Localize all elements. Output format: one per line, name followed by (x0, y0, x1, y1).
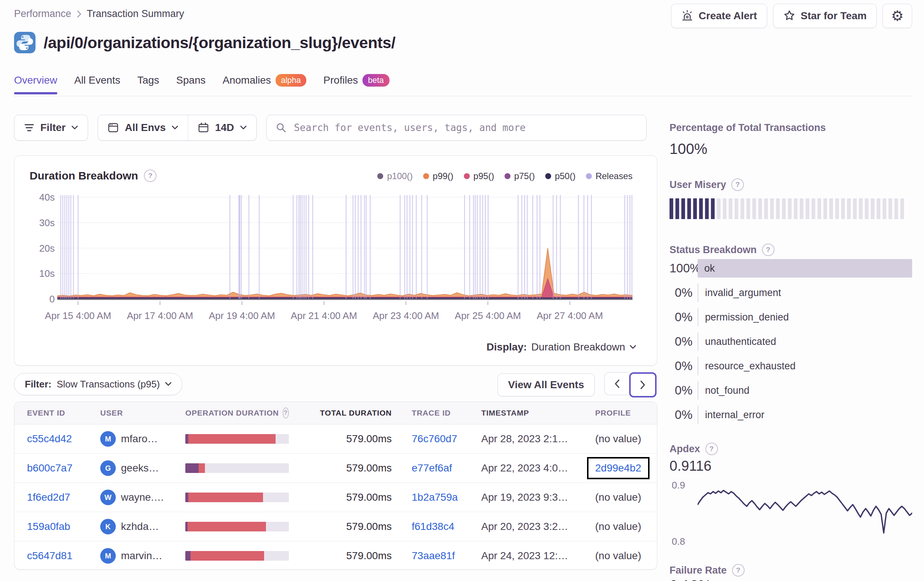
tab-all-events[interactable]: All Events (74, 74, 120, 94)
legend-dot (545, 173, 551, 179)
column-header-user[interactable]: USER (100, 402, 123, 424)
title-row: /api/0/organizations/{organization_slug}… (14, 32, 395, 53)
legend-item-p75[interactable]: p75() (505, 171, 535, 181)
misery-tick (693, 199, 697, 219)
tab-anomalies[interactable]: Anomaliesalpha (223, 74, 307, 95)
avatar: K (100, 519, 116, 535)
y-tick-label: 30s (14, 217, 55, 229)
legend-item-p95[interactable]: p95() (464, 171, 494, 181)
status-body: internal_error (698, 406, 912, 424)
misery-tick (865, 199, 868, 219)
star-for-team-button[interactable]: Star for Team (773, 4, 877, 28)
profile-no-value: (no value) (595, 433, 642, 445)
help-icon[interactable]: ? (732, 564, 744, 576)
misery-tick (776, 199, 780, 219)
event-id-link[interactable]: 159a0fab (27, 521, 70, 533)
previous-page-button[interactable] (604, 372, 629, 395)
status-row-internal_error: 0%internal_error (670, 406, 912, 424)
table-row: 1f6ed2d7Wwayne.…579.00ms1b2a759aApr 19, … (15, 483, 657, 512)
column-header-trace-id[interactable]: TRACE ID (412, 402, 451, 424)
search-bar[interactable] (266, 115, 647, 141)
user-name: wayne.… (121, 492, 164, 503)
tab-profiles[interactable]: Profilesbeta (323, 74, 389, 95)
create-alert-button[interactable]: Create Alert (671, 4, 767, 28)
misery-tick (746, 199, 750, 219)
table-row: c55c4d42Mmfaro…579.00ms76c760d7Apr 28, 2… (15, 424, 657, 454)
column-header-label: OPERATION DURATION (185, 409, 279, 417)
help-icon[interactable]: ? (705, 443, 718, 455)
breadcrumb-performance[interactable]: Performance (14, 8, 71, 20)
timestamp-cell: Apr 24, 2023 12:… (481, 541, 568, 569)
trace-id-link[interactable]: 76c760d7 (412, 433, 457, 445)
x-tick-label: Apr 25 4:00 AM (455, 310, 521, 321)
events-table-body: c55c4d42Mmfaro…579.00ms76c760d7Apr 28, 2… (15, 424, 657, 569)
event-id-link[interactable]: c55c4d42 (27, 433, 72, 445)
events-filter-dropdown[interactable]: Filter: Slow Transactions (p95) (14, 373, 182, 395)
trace-id-link[interactable]: 73aae81f (412, 550, 455, 562)
trace-id-cell: e77ef6af (412, 454, 452, 483)
settings-button[interactable]: ⚙ (883, 4, 912, 28)
siren-icon (681, 10, 693, 22)
misery-tick (670, 199, 673, 219)
help-icon[interactable]: ? (144, 169, 157, 182)
misery-tick (859, 199, 863, 219)
legend-label: p50() (555, 171, 576, 181)
tab-tags[interactable]: Tags (137, 74, 159, 94)
table-row: b600c7a7Ggeeks…579.00mse77ef6afApr 22, 2… (15, 454, 657, 483)
legend-label: Releases (596, 171, 632, 181)
tab-overview[interactable]: Overview (14, 74, 57, 94)
column-header-total-duration[interactable]: TOTAL DURATION (273, 402, 392, 424)
misery-tick (823, 199, 827, 219)
misery-tick (687, 199, 691, 219)
column-header-profile[interactable]: PROFILE (595, 402, 631, 424)
tab-label: All Events (74, 74, 120, 86)
op-span-other (185, 434, 188, 444)
search-input[interactable] (293, 122, 637, 134)
trace-id-link[interactable]: 1b2a759a (412, 492, 458, 503)
event-id-link[interactable]: c5647d81 (27, 550, 73, 562)
legend-item-Releases[interactable]: Releases (586, 171, 632, 181)
profile-cell: (no value) (595, 541, 642, 569)
legend-item-p100[interactable]: p100() (377, 171, 412, 181)
misery-tick (806, 199, 809, 219)
trace-id-link[interactable]: e77ef6af (412, 462, 452, 474)
filter-button[interactable]: Filter (14, 115, 88, 141)
tab-label: Tags (137, 74, 159, 86)
environment-selector[interactable]: All Envs (98, 115, 188, 140)
column-header-event-id[interactable]: EVENT ID (27, 402, 65, 424)
avatar: W (100, 490, 116, 505)
tab-spans[interactable]: Spans (176, 74, 205, 94)
status-breakdown-list: 100%ok0%invalid_argument0%permission_den… (670, 259, 912, 430)
tab-label: Overview (14, 74, 57, 86)
event-id-cell: 159a0fab (27, 512, 70, 541)
legend-label: p75() (514, 171, 535, 181)
total-duration-cell: 579.00ms (273, 424, 392, 454)
event-id-link[interactable]: b600c7a7 (27, 462, 73, 474)
view-all-events-button[interactable]: View All Events (498, 373, 595, 396)
chevron-right-icon (640, 380, 646, 390)
misery-tick (800, 199, 804, 219)
trace-id-link[interactable]: f61d38c4 (412, 521, 454, 533)
column-header-timestamp[interactable]: TIMESTAMP (481, 402, 529, 424)
legend-item-p99[interactable]: p99() (423, 171, 454, 181)
duration-chart-plot[interactable] (57, 194, 632, 305)
event-id-link[interactable]: 1f6ed2d7 (27, 492, 70, 503)
misery-tick (894, 199, 898, 219)
status-name: invalid_argument (698, 283, 912, 302)
total-duration-cell: 579.00ms (273, 483, 392, 512)
avatar: M (100, 548, 116, 564)
legend-item-p50[interactable]: p50() (545, 171, 576, 181)
display-selector[interactable]: Display: Duration Breakdown (487, 341, 636, 353)
y-tick-label: 10s (14, 268, 55, 280)
date-range-selector[interactable]: 14D (188, 115, 256, 140)
help-icon[interactable]: ? (762, 243, 775, 256)
misery-tick (717, 199, 721, 219)
help-icon[interactable]: ? (731, 179, 744, 191)
profile-cell: (no value) (595, 512, 642, 541)
next-page-button[interactable] (629, 372, 657, 397)
chevron-left-icon (614, 379, 620, 389)
apdex-sparkline (698, 481, 912, 546)
profile-link[interactable]: 2d99e4b2 (595, 462, 642, 474)
avatar: M (100, 431, 116, 447)
tab-label: Profiles (323, 74, 358, 86)
